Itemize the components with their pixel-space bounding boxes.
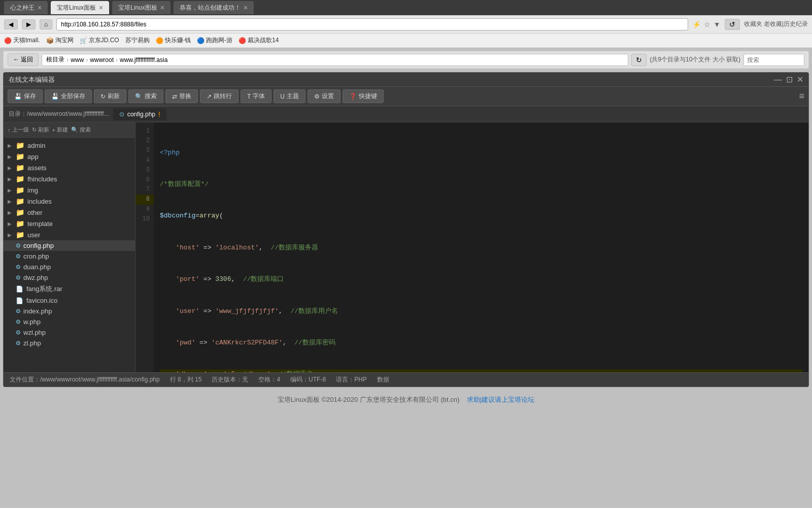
tab-baota-2[interactable]: 宝塔Linux图板 × <box>112 1 171 14</box>
ico-file-icon: 📄 <box>16 297 23 304</box>
bookmark-taobao[interactable]: 📦 淘宝网 <box>46 36 74 45</box>
tree-new-button[interactable]: + 新建 <box>52 126 68 134</box>
tree-search-button[interactable]: 🔍 搜索 <box>71 126 91 134</box>
folder-user[interactable]: ▶ 📁 user <box>4 229 135 240</box>
toolbar-menu-button[interactable]: ≡ <box>799 91 804 102</box>
file-duan-php[interactable]: ⊙ duan.php <box>4 262 135 272</box>
file-w-php[interactable]: ⊙ w.php <box>4 316 135 327</box>
file-fang-rar[interactable]: 📄 fang系统.rar <box>4 283 135 295</box>
bookmark-caijue[interactable]: 🔴 裁决战歌14 <box>239 36 279 45</box>
file-cron-php[interactable]: ⊙ cron.php <box>4 251 135 262</box>
fm-refresh-button[interactable]: ↻ <box>631 54 647 66</box>
file-zl-php[interactable]: ⊙ zl.php <box>4 338 135 348</box>
file-favicon-ico[interactable]: 📄 favicon.ico <box>4 295 135 306</box>
file-tab-config[interactable]: ⊙ config.php ! <box>113 108 166 120</box>
footer-link[interactable]: 求助|建议请上宝塔论坛 <box>467 396 534 403</box>
reload-button[interactable]: ↺ <box>725 19 740 30</box>
folder-arrow-fhincludes: ▶ <box>8 176 13 182</box>
settings-icon[interactable]: ▼ <box>714 20 721 28</box>
breadcrumb-domain[interactable]: www.jffffffffffff.asia <box>120 56 167 64</box>
save-all-icon: 💾 <box>51 93 59 100</box>
search-button[interactable]: 🔍 搜索 <box>128 89 163 103</box>
file-config-php[interactable]: ⊙ config.php <box>4 240 135 251</box>
minimize-button[interactable]: — <box>774 75 782 84</box>
status-spaces: 空格：4 <box>258 375 280 384</box>
replace-button[interactable]: ⇄ 替换 <box>165 89 198 103</box>
line-num-6: 6 <box>136 175 154 185</box>
folder-template[interactable]: ▶ 📁 template <box>4 218 135 229</box>
php-file-icon-index: ⊙ <box>16 308 20 314</box>
breadcrumb-www[interactable]: www <box>71 56 84 64</box>
folder-app[interactable]: ▶ 📁 app <box>4 151 135 162</box>
folder-arrow-admin: ▶ <box>8 143 13 148</box>
folder-img[interactable]: ▶ 📁 img <box>4 184 135 196</box>
fm-back-button[interactable]: ← 返回 <box>8 53 39 66</box>
font-button[interactable]: T 字体 <box>241 89 272 103</box>
tab-close-4[interactable]: × <box>244 4 248 12</box>
folder-admin[interactable]: ▶ 📁 admin <box>4 140 135 151</box>
file-dwz-php[interactable]: ⊙ dwz.php <box>4 272 135 283</box>
breadcrumb-root[interactable]: 根目录 <box>46 55 64 64</box>
goto-line-button[interactable]: ↗ 跳转行 <box>200 89 239 103</box>
status-filepath: 文件位置：/www/wwwroot/www.jffffffffffff.asia… <box>10 375 160 384</box>
folder-other[interactable]: ▶ 📁 other <box>4 207 135 218</box>
breadcrumb-wwwroot[interactable]: wwwroot <box>90 56 114 64</box>
bookmark-tianmao[interactable]: 🔴 天猫tmall. <box>4 36 40 45</box>
php-file-icon: ⊙ <box>119 111 124 118</box>
code-content[interactable]: <?php /*数据库配置*/ $dbconfig=array( 'host' … <box>154 122 808 372</box>
code-line-7: 'pwd' => 'cANKrkcrS2PFD48F', //数据库密码 <box>160 338 802 348</box>
code-area[interactable]: 1 2 3 4 5 6 7 8 9 10 <?php /*数据库配置*/ $db… <box>136 122 808 372</box>
tree-refresh-button[interactable]: ↻ 刷新 <box>32 126 49 134</box>
folder-icon-user: 📁 <box>16 231 24 239</box>
bookmark-jd[interactable]: 🛒 京东JD.CO <box>80 36 119 45</box>
star-icon[interactable]: ☆ <box>704 20 710 28</box>
forward-button[interactable]: ▶ <box>22 19 36 29</box>
editor-path: 目录：/www/wwwroot/www.jffffffffffff... <box>9 110 109 118</box>
settings-icon: ⚙ <box>314 93 320 100</box>
status-other: 数据 <box>377 375 389 384</box>
home-button[interactable]: ⌂ <box>40 19 52 29</box>
editor-body: ↑ 上一级 ↻ 刷新 + 新建 🔍 搜索 ▶ 📁 admin ▶ 📁 app <box>4 122 808 372</box>
fm-search-input[interactable] <box>743 54 804 66</box>
tab-baota-active[interactable]: 宝塔Linux面板 × <box>51 1 109 14</box>
refresh-button[interactable]: ↻ 刷新 <box>94 89 126 103</box>
address-input[interactable] <box>56 18 688 30</box>
editor-window: 在线文本编辑器 — ⊡ ✕ 💾 保存 💾 全部保存 ↻ 刷新 🔍 搜索 ⇄ 替换 <box>3 72 809 387</box>
bookmark-kuaile[interactable]: 🟠 快乐赚·钱 <box>156 36 191 45</box>
tree-up-button[interactable]: ↑ 上一级 <box>8 126 29 134</box>
tab-xinzhizhongwang[interactable]: 心之种王 × <box>4 1 48 14</box>
file-wzl-php[interactable]: ⊙ wzl.php <box>4 327 135 338</box>
tab-congratulations[interactable]: 恭喜，站点创建成功！ × <box>174 1 254 14</box>
bookmark-suning[interactable]: 苏宁易购 <box>125 36 150 45</box>
tab-close-1[interactable]: × <box>38 4 42 12</box>
line-num-5: 5 <box>136 166 154 175</box>
code-line-6: 'user' => 'www_jfjfjfjfjf', //数据库用户名 <box>160 306 802 317</box>
theme-button[interactable]: U 主题 <box>274 89 306 103</box>
back-button[interactable]: ◀ <box>4 19 18 29</box>
code-line-2: /*数据库配置*/ <box>160 179 802 190</box>
close-button[interactable]: ✕ <box>797 75 803 84</box>
editor-toolbar: 💾 保存 💾 全部保存 ↻ 刷新 🔍 搜索 ⇄ 替换 ↗ 跳转行 T 字体 U <box>4 87 808 106</box>
settings-button[interactable]: ⚙ 设置 <box>308 89 341 103</box>
save-button[interactable]: 💾 保存 <box>8 89 43 103</box>
folder-assets[interactable]: ▶ 📁 assets <box>4 162 135 173</box>
save-all-button[interactable]: 💾 全部保存 <box>45 89 92 103</box>
shortcuts-icon: ❓ <box>349 93 357 100</box>
folder-icon-img: 📁 <box>16 186 24 194</box>
tab-close-2[interactable]: × <box>99 4 103 12</box>
code-line-3: $dbconfig=array( <box>160 211 802 221</box>
php-file-icon-duan: ⊙ <box>16 264 20 270</box>
maximize-button[interactable]: ⊡ <box>786 75 793 84</box>
folder-includes[interactable]: ▶ 📁 includes <box>4 196 135 207</box>
jd-icon: 🛒 <box>80 37 87 44</box>
save-icon: 💾 <box>14 93 22 100</box>
address-icons: ⚡ ☆ ▼ <box>692 20 721 28</box>
editor-title: 在线文本编辑器 <box>9 75 55 84</box>
file-index-php[interactable]: ⊙ index.php <box>4 306 135 316</box>
php-file-icon-config: ⊙ <box>16 242 20 249</box>
lightning-icon: ⚡ <box>692 20 701 28</box>
tab-close-3[interactable]: × <box>160 4 164 12</box>
bookmark-paopao[interactable]: 🔵 跑跑网-游 <box>197 36 232 45</box>
shortcuts-button[interactable]: ❓ 快捷键 <box>343 89 384 103</box>
folder-fhincludes[interactable]: ▶ 📁 fhincludes <box>4 173 135 184</box>
